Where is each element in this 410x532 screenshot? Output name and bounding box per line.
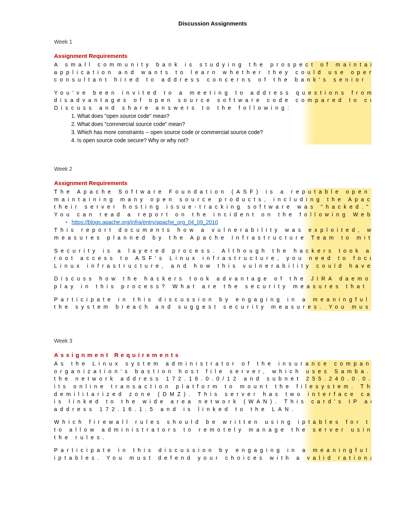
week-1-label: Week 1 — [54, 38, 371, 46]
week-1-para-line: disadvantages of open source software co… — [54, 97, 371, 104]
week-2-para-line: Security is a layered process. Although … — [54, 247, 371, 255]
week-2-para-line: You can read a report on the incident on… — [54, 211, 371, 219]
week-2-para-line: their server hosting issue-tracking soft… — [54, 203, 371, 211]
week-3-para-line: its online transaction platform to mount… — [54, 383, 371, 391]
week-2-requirements-header: Assignment Requirements — [54, 179, 371, 188]
week-2-para-line: This report documents how a vulnerabilit… — [54, 226, 371, 234]
week-2-para-line: play in this process? What are the secur… — [54, 283, 371, 291]
week-3-requirements-header: Assignment Requirements — [54, 351, 371, 360]
week-3-para-line: Participate in this discussion by engagi… — [54, 447, 371, 454]
week-2-para-line: root access to ASF's Linux infrastructur… — [54, 255, 371, 262]
week-3-para-line: the rules. — [54, 434, 371, 442]
week-2-para-line: maintaining many open source products, i… — [54, 196, 371, 204]
week-1-question-list: What does "open source code" mean? What … — [69, 112, 371, 144]
week-3-para-line: is linked to the wide area network (WAN)… — [54, 398, 371, 406]
week-1-para-line: A small community bank is studying the p… — [54, 61, 371, 69]
list-item: Is open source code secure? Why or why n… — [77, 136, 371, 144]
week-3-label: Week 3 — [54, 337, 371, 345]
week-2-para-line: The Apache Software Foundation (ASF) is … — [54, 188, 371, 196]
page-title: Discussion Assignments — [54, 19, 371, 28]
week-1-para-line: consultant hired to address concerns of … — [54, 76, 371, 84]
week-3-para-line: organization's bastion host file server,… — [54, 368, 371, 376]
week-3-para-line: iptables. You must defend your choices w… — [54, 454, 371, 462]
week-2-para-line: Linux infrastructure, and how this vulne… — [54, 262, 371, 270]
list-item: What does "open source code" mean? — [77, 112, 371, 120]
list-item: https://blogs.apache.org/infra/entry/apa… — [66, 218, 371, 226]
week-2-link-list: https://blogs.apache.org/infra/entry/apa… — [66, 218, 371, 226]
week-1-para-line: Discuss and share answers to the followi… — [54, 104, 371, 112]
week-1-para-line: application and wants to learn whether t… — [54, 69, 371, 76]
week-2-para-line: Participate in this discussion by engagi… — [54, 296, 371, 304]
week-2-para-line: Discuss how the hackers took advantage o… — [54, 275, 371, 283]
week-2-para-line: measures planned by the Apache Infrastru… — [54, 234, 371, 242]
week-1-para-line: You've been invited to a meeting to addr… — [54, 89, 371, 97]
list-item: What does "commercial source code" mean? — [77, 120, 371, 128]
week-2-para-line: the system breach and suggest security m… — [54, 303, 371, 311]
list-item: Which has more constraints -- open sourc… — [77, 128, 371, 136]
apache-incident-link[interactable]: https://blogs.apache.org/infra/entry/apa… — [72, 219, 218, 225]
week-3-para-line: demilitarized zone (DMZ). This server ha… — [54, 391, 371, 398]
week-2-label: Week 2 — [54, 165, 371, 173]
week-3-para-line: address 172.16.1.5 and is linked to the … — [54, 406, 371, 413]
week-3-para-line: to allow administrators to remotely mana… — [54, 426, 371, 434]
week-3-para-line: the network address 172.16.0.0/12 and su… — [54, 375, 371, 383]
week-3-para-line: Which firewall rules should be written u… — [54, 418, 371, 426]
week-3-para-line: As the Linux system administrator of the… — [54, 360, 371, 368]
week-1-requirements-header: Assignment Requirements — [54, 52, 371, 61]
